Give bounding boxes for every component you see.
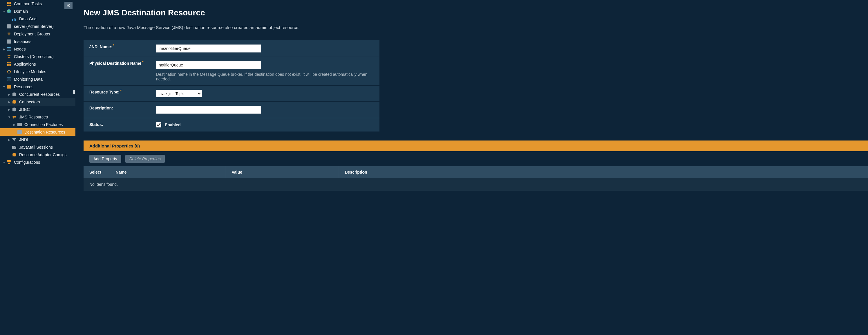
svg-rect-0 — [12, 19, 13, 21]
status-label: Status: — [89, 122, 103, 127]
sidebar-item-resources[interactable]: ▼Resources — [0, 83, 75, 91]
globe-icon — [6, 9, 11, 14]
sidebar-item-lifecycle-modules[interactable]: Lifecycle Modules — [0, 68, 75, 75]
double-chevron-left-icon — [67, 4, 70, 7]
svg-rect-19 — [8, 162, 10, 164]
folder-icon — [6, 84, 11, 89]
grid-icon — [6, 1, 11, 6]
row-description: Description: — [84, 101, 379, 118]
nodes-icon — [6, 160, 11, 165]
col-value: Value — [226, 166, 339, 178]
svg-point-3 — [7, 32, 9, 34]
sidebar-item-nodes[interactable]: ▶Nodes — [0, 45, 75, 53]
physical-destination-input[interactable] — [156, 61, 261, 69]
svg-point-8 — [8, 57, 9, 58]
jndi-name-input[interactable] — [156, 44, 261, 53]
form-table: JNDI Name:* Physical Destination Name* D… — [84, 40, 379, 132]
properties-table: Select Name Value Description No items f… — [84, 166, 868, 191]
required-indicator: * — [142, 60, 143, 64]
svg-rect-17 — [7, 160, 9, 162]
table-row-empty: No items found. — [84, 178, 868, 191]
svg-rect-18 — [9, 160, 11, 162]
sidebar-item-common-tasks[interactable]: Common Tasks — [0, 0, 75, 7]
sidebar-item-connection-factories[interactable]: ▶Connection Factories — [0, 121, 75, 128]
group-icon — [6, 31, 11, 37]
sidebar-item-deployment-groups[interactable]: Deployment Groups — [0, 30, 75, 38]
sidebar-item-destination-resources[interactable]: Destination Resources — [0, 128, 75, 136]
row-physical-destination: Physical Destination Name* Destination n… — [84, 57, 379, 86]
col-name: Name — [110, 166, 226, 178]
svg-point-7 — [9, 55, 10, 56]
row-jndi-name: JNDI Name:* — [84, 40, 379, 57]
additional-properties-header: Additional Properties (0) — [84, 141, 868, 151]
resource-type-select[interactable]: javax.jms.Topic — [156, 90, 202, 97]
arrows-icon: ⇄ — [11, 114, 17, 120]
physical-destination-help: Destination name in the Message Queue br… — [156, 72, 374, 81]
status-enabled-label: Enabled — [165, 122, 181, 127]
sidebar-nav: Common Tasks ▼Domain Data Grid server (A… — [0, 0, 75, 335]
server-icon — [6, 39, 11, 44]
database-icon — [11, 107, 17, 112]
svg-point-15 — [12, 110, 16, 112]
description-input[interactable] — [156, 106, 261, 114]
sidebar-item-instances[interactable]: Instances — [0, 38, 75, 45]
sidebar-item-resource-adapter-configs[interactable]: Resource Adapter Configs — [0, 151, 75, 158]
sidebar-item-javamail-sessions[interactable]: JavaMail Sessions — [0, 144, 75, 151]
resource-type-label: Resource Type: — [89, 90, 120, 94]
required-indicator: * — [113, 43, 114, 48]
sidebar-item-data-grid[interactable]: Data Grid — [0, 15, 75, 23]
mail-icon — [11, 145, 17, 150]
no-items-message: No items found. — [84, 178, 868, 191]
apps-icon — [6, 62, 11, 67]
col-description: Description — [339, 166, 868, 178]
chart-icon — [11, 16, 17, 22]
sidebar-item-concurrent-resources[interactable]: ▶Concurrent Resources — [0, 91, 75, 98]
physical-destination-label: Physical Destination Name — [89, 61, 141, 66]
description-label: Description: — [89, 106, 113, 110]
monitor-icon — [6, 77, 11, 82]
svg-rect-1 — [13, 18, 14, 21]
required-indicator: * — [120, 89, 122, 93]
delete-properties-button[interactable]: Delete Properties — [125, 155, 165, 163]
property-buttons-row: Add Property Delete Properties — [84, 151, 868, 166]
funnel-icon — [11, 137, 17, 142]
sidebar-item-applications[interactable]: Applications — [0, 60, 75, 68]
sidebar-item-domain[interactable]: ▼Domain — [0, 7, 75, 15]
sidebar-item-server[interactable]: server (Admin Server) — [0, 23, 75, 30]
sidebar-item-connectors[interactable]: ▶Connectors — [0, 98, 75, 106]
connector-icon — [11, 99, 17, 104]
sidebar-item-monitoring-data[interactable]: Monitoring Data — [0, 75, 75, 83]
lifecycle-icon — [6, 69, 11, 74]
svg-rect-2 — [15, 19, 16, 21]
sidebar-item-jms-resources[interactable]: ▼⇄JMS Resources — [0, 113, 75, 121]
row-resource-type: Resource Type:* javax.jms.Topic — [84, 86, 379, 101]
page-title: New JMS Destination Resource — [84, 8, 868, 18]
jndi-name-label: JNDI Name: — [89, 44, 112, 49]
resize-handle[interactable] — [73, 90, 75, 94]
svg-point-9 — [7, 70, 10, 73]
server-icon — [6, 24, 11, 29]
connector-icon — [11, 152, 17, 157]
database-icon — [11, 92, 17, 97]
svg-point-5 — [8, 34, 9, 35]
collapse-sidebar-button[interactable] — [64, 2, 72, 9]
svg-point-12 — [12, 95, 16, 96]
col-select: Select — [84, 166, 110, 178]
main-content: New JMS Destination Resource The creatio… — [75, 0, 868, 335]
sidebar-item-clusters[interactable]: Clusters (Deprecated) — [0, 53, 75, 60]
svg-point-6 — [7, 55, 9, 56]
cluster-icon — [6, 54, 11, 59]
sidebar-item-jdbc[interactable]: ▶JDBC — [0, 106, 75, 113]
page-subtitle: The creation of a new Java Message Servi… — [84, 25, 868, 30]
sidebar-item-configurations[interactable]: ▼Configurations — [0, 158, 75, 166]
row-status: Status: Enabled — [84, 118, 379, 132]
folder-icon — [17, 129, 22, 135]
folder-icon — [17, 122, 22, 127]
sidebar-item-jndi[interactable]: ▶JNDI — [0, 136, 75, 144]
status-enabled-checkbox[interactable] — [156, 122, 161, 127]
nodes-icon — [6, 47, 11, 52]
add-property-button[interactable]: Add Property — [89, 155, 121, 163]
svg-point-4 — [9, 32, 10, 34]
